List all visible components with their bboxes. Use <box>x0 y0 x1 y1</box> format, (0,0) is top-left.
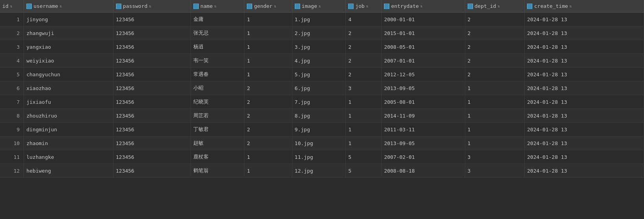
cell-dept_id: 1 <box>465 95 525 109</box>
cell-name: 杨逍 <box>191 40 244 54</box>
table-row[interactable]: 12hebiweng123456鹤笔翁112.jpg52008-08-18320… <box>0 164 644 178</box>
column-header-image[interactable]: image⇅ <box>292 0 346 13</box>
cell-dept_id: 2 <box>465 26 525 40</box>
cell-entrydate: 2008-05-01 <box>382 40 465 54</box>
cell-name: 常遇春 <box>191 68 244 81</box>
column-header-create_time[interactable]: create_time⇅ <box>525 0 644 13</box>
cell-id: 10 <box>0 136 24 150</box>
cell-name: 赵敏 <box>191 136 244 150</box>
cell-create_time: 2024-01-28 13 <box>525 40 644 54</box>
table-row[interactable]: 8zhouzhiruo123456周芷若28.jpg12014-11-09120… <box>0 109 644 123</box>
table-header-row: id⇅username⇅password⇅name⇅gender⇅image⇅j… <box>0 0 644 13</box>
cell-password: 123456 <box>113 54 191 68</box>
table-row[interactable]: 11luzhangke123456鹿杖客111.jpg52007-02-0132… <box>0 150 644 164</box>
cell-password: 123456 <box>113 95 191 109</box>
column-header-name[interactable]: name⇅ <box>191 0 244 13</box>
cell-entrydate: 2012-12-05 <box>382 68 465 81</box>
cell-id: 1 <box>0 13 24 26</box>
cell-entrydate: 2013-09-05 <box>382 136 465 150</box>
cell-job: 2 <box>346 68 382 81</box>
cell-username: jixiaofu <box>24 95 114 109</box>
cell-gender: 1 <box>244 68 292 81</box>
cell-name: 韦一笑 <box>191 54 244 68</box>
table-row[interactable]: 1jinyong123456金庸11.jpg42000-01-0122024-0… <box>0 13 644 26</box>
column-header-password[interactable]: password⇅ <box>113 0 191 13</box>
cell-create_time: 2024-01-28 13 <box>525 13 644 26</box>
cell-username: luzhangke <box>24 150 114 164</box>
sort-arrows-name[interactable]: ⇅ <box>214 4 217 8</box>
column-label-image: image <box>302 3 317 9</box>
cell-gender: 2 <box>244 81 292 95</box>
cell-dept_id: 3 <box>465 164 525 178</box>
column-label-password: password <box>123 3 148 9</box>
column-label-gender: gender <box>254 3 272 9</box>
cell-image: 9.jpg <box>292 123 346 136</box>
column-icon-password <box>116 4 121 9</box>
cell-job: 1 <box>346 123 382 136</box>
column-header-id[interactable]: id⇅ <box>0 0 24 13</box>
table-row[interactable]: 10zhaomin123456赵敏210.jpg12013-09-0512024… <box>0 136 644 150</box>
cell-entrydate: 2005-08-01 <box>382 95 465 109</box>
cell-gender: 2 <box>244 109 292 123</box>
sort-arrows-username[interactable]: ⇅ <box>60 4 62 8</box>
table-row[interactable]: 2zhangwuji123456张无忌12.jpg22015-01-012202… <box>0 26 644 40</box>
cell-image: 8.jpg <box>292 109 346 123</box>
database-table: id⇅username⇅password⇅name⇅gender⇅image⇅j… <box>0 0 644 219</box>
cell-job: 1 <box>346 136 382 150</box>
table-row[interactable]: 9dingminjun123456丁敏君29.jpg12011-03-11120… <box>0 123 644 136</box>
cell-dept_id: 2 <box>465 54 525 68</box>
column-header-username[interactable]: username⇅ <box>24 0 114 13</box>
sort-arrows-dept_id[interactable]: ⇅ <box>498 4 500 8</box>
cell-password: 123456 <box>113 150 191 164</box>
cell-password: 123456 <box>113 40 191 54</box>
sort-arrows-create_time[interactable]: ⇅ <box>570 4 572 8</box>
column-icon-name <box>193 4 199 9</box>
cell-job: 5 <box>346 150 382 164</box>
cell-gender: 1 <box>244 40 292 54</box>
cell-username: jinyong <box>24 13 114 26</box>
cell-id: 8 <box>0 109 24 123</box>
cell-job: 2 <box>346 26 382 40</box>
column-icon-create_time <box>527 4 532 9</box>
cell-entrydate: 2014-11-09 <box>382 109 465 123</box>
cell-gender: 1 <box>244 150 292 164</box>
column-label-name: name <box>200 3 213 9</box>
column-header-entrydate[interactable]: entrydate⇅ <box>382 0 465 13</box>
cell-name: 纪晓芙 <box>191 95 244 109</box>
cell-create_time: 2024-01-28 13 <box>525 95 644 109</box>
sort-arrows-job[interactable]: ⇅ <box>366 4 369 8</box>
cell-username: zhaomin <box>24 136 114 150</box>
cell-create_time: 2024-01-28 13 <box>525 150 644 164</box>
cell-username: changyuchun <box>24 68 114 81</box>
cell-name: 周芷若 <box>191 109 244 123</box>
table-row[interactable]: 7jixiaofu123456纪晓芙27.jpg12005-08-0112024… <box>0 95 644 109</box>
column-header-gender[interactable]: gender⇅ <box>244 0 292 13</box>
table-row[interactable]: 4weiyixiao123456韦一笑14.jpg22007-01-012202… <box>0 54 644 68</box>
cell-name: 鹤笔翁 <box>191 164 244 178</box>
cell-image: 4.jpg <box>292 54 346 68</box>
cell-entrydate: 2008-08-18 <box>382 164 465 178</box>
cell-dept_id: 1 <box>465 136 525 150</box>
cell-create_time: 2024-01-28 13 <box>525 109 644 123</box>
cell-id: 6 <box>0 81 24 95</box>
table-row[interactable]: 5changyuchun123456常遇春15.jpg22012-12-0522… <box>0 68 644 81</box>
cell-image: 12.jpg <box>292 164 346 178</box>
sort-arrows-id[interactable]: ⇅ <box>10 4 13 8</box>
column-label-job: job <box>355 3 364 9</box>
sort-arrows-entrydate[interactable]: ⇅ <box>420 4 423 8</box>
cell-gender: 1 <box>244 54 292 68</box>
column-icon-dept_id <box>468 4 473 9</box>
cell-create_time: 2024-01-28 13 <box>525 81 644 95</box>
sort-arrows-password[interactable]: ⇅ <box>149 4 151 8</box>
column-header-dept_id[interactable]: dept_id⇅ <box>465 0 525 13</box>
table-row[interactable]: 3yangxiao123456杨逍13.jpg22008-05-0122024-… <box>0 40 644 54</box>
cell-image: 1.jpg <box>292 13 346 26</box>
cell-name: 鹿杖客 <box>191 150 244 164</box>
cell-password: 123456 <box>113 123 191 136</box>
column-header-job[interactable]: job⇅ <box>346 0 382 13</box>
cell-id: 11 <box>0 150 24 164</box>
cell-image: 7.jpg <box>292 95 346 109</box>
sort-arrows-gender[interactable]: ⇅ <box>274 4 276 8</box>
sort-arrows-image[interactable]: ⇅ <box>319 4 321 8</box>
table-row[interactable]: 6xiaozhao123456小昭26.jpg32013-09-0512024-… <box>0 81 644 95</box>
